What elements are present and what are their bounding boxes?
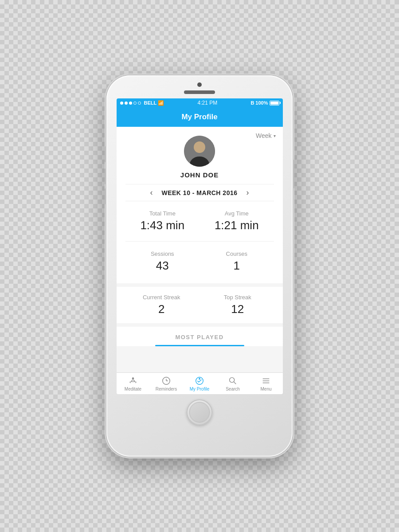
next-week-button[interactable]: › [246,188,249,197]
my-profile-icon [195,376,204,386]
chevron-down-icon: ▾ [274,133,276,138]
current-streak-label: Current Streak [143,294,180,301]
sessions-stat: Sessions 43 [125,250,200,273]
signal-dot-3 [129,102,132,105]
phone-device: BELL 📶 4:21 PM B 100% My Profile Week [106,75,293,457]
most-played-section: MOST PLAYED [117,327,283,346]
reminders-icon [161,376,171,386]
svg-point-10 [230,377,235,382]
screen: BELL 📶 4:21 PM B 100% My Profile Week [117,98,283,394]
svg-point-9 [199,378,200,379]
tab-reminders-label: Reminders [156,387,177,391]
nav-title: My Profile [181,113,217,121]
tab-reminders[interactable]: Reminders [150,376,183,391]
top-streak-label: Top Streak [224,294,251,301]
battery-icon [270,101,279,106]
status-left: BELL 📶 [120,100,164,106]
total-time-value: 1:43 min [140,219,184,232]
progress-bar [155,345,244,346]
status-time: 4:21 PM [197,100,217,106]
speaker [184,90,215,94]
week-nav: ‹ WEEK 10 - MARCH 2016 › [125,184,274,201]
total-time-stat: Total Time 1:43 min [125,210,200,232]
tab-menu-label: Menu [260,387,271,391]
courses-value: 1 [234,259,240,273]
sessions-value: 43 [156,259,169,273]
tab-meditate-label: Meditate [125,387,141,391]
courses-label: Courses [226,250,247,257]
courses-stat: Courses 1 [200,250,274,273]
streak-section: Current Streak 2 Top Streak 12 [117,287,283,323]
stats-grid: Total Time 1:43 min Avg Time 1:21 min Se… [125,208,274,274]
avg-time-stat: Avg Time 1:21 min [200,210,274,232]
camera-dot [197,82,202,87]
current-streak-stat: Current Streak 2 [125,294,198,316]
meditate-icon [128,376,138,386]
week-dropdown[interactable]: Week ▾ [256,132,276,139]
tab-my-profile[interactable]: My Profile [183,376,216,391]
screen-content[interactable]: Week ▾ JOHN DOE [117,127,283,372]
tab-search[interactable]: Search [216,376,250,391]
avg-time-label: Avg Time [225,210,249,217]
phone-top [106,75,293,98]
tab-bar: Meditate Reminders My Profile [117,372,283,394]
total-time-label: Total Time [149,210,176,217]
avatar-section: JOHN DOE [125,131,274,184]
avatar [184,136,215,167]
avatar-image [184,136,215,167]
top-streak-stat: Top Streak 12 [201,294,274,316]
profile-card: Week ▾ JOHN DOE [117,127,283,283]
user-name: JOHN DOE [180,171,219,179]
tab-search-label: Search [226,387,240,391]
signal-dot-4 [133,102,137,105]
home-button[interactable] [187,399,212,425]
week-dropdown-label: Week [256,132,272,139]
tab-meditate[interactable]: Meditate [117,376,150,391]
svg-point-3 [132,377,134,379]
tab-menu[interactable]: Menu [250,376,283,391]
signal-dot-5 [138,102,141,105]
menu-icon [261,376,271,386]
carrier-label: BELL [144,100,157,106]
home-button-inner [189,402,210,422]
top-streak-value: 12 [231,302,244,316]
tab-my-profile-label: My Profile [190,387,209,391]
svg-point-1 [194,141,205,153]
most-played-title: MOST PLAYED [125,334,274,340]
week-label: WEEK 10 - MARCH 2016 [161,189,237,196]
status-bar: BELL 📶 4:21 PM B 100% [117,98,283,107]
prev-week-button[interactable]: ‹ [150,188,153,197]
svg-line-11 [234,382,236,384]
status-right: B 100% [250,100,279,106]
wifi-icon: 📶 [158,100,164,106]
battery-percent: 100% [255,100,268,106]
avg-time-value: 1:21 min [215,219,259,232]
current-streak-value: 2 [158,302,164,316]
nav-bar: My Profile [117,107,283,127]
bluetooth-icon: B [250,100,254,106]
signal-dot-1 [120,102,123,105]
signal-dot-2 [125,102,128,105]
sessions-label: Sessions [151,250,174,257]
search-icon [228,376,238,386]
battery-fill [270,102,278,105]
